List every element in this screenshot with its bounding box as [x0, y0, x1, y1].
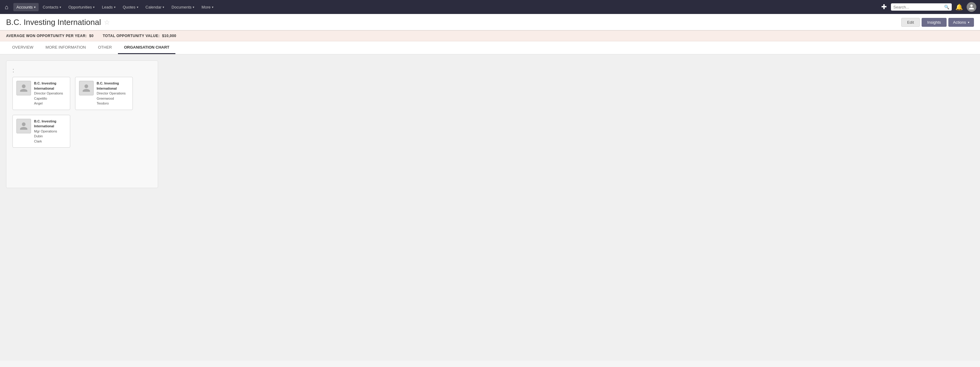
nav-quotes[interactable]: Quotes ▾ — [120, 3, 142, 11]
page-title: B.C. Investing International ☆ — [6, 17, 110, 27]
nav-leads-caret: ▾ — [114, 5, 116, 9]
org-company-0: B.C. Investing International — [34, 81, 66, 91]
avg-opp-value: $0 — [89, 34, 94, 38]
tab-other[interactable]: OTHER — [92, 41, 118, 54]
search-input[interactable] — [893, 5, 944, 10]
total-opp-label: TOTAL OPPORTUNITY VALUE: $10,000 — [103, 34, 176, 38]
org-avatar-1 — [79, 81, 94, 95]
nav-accounts[interactable]: Accounts ▾ — [13, 3, 38, 11]
nav-opportunities[interactable]: Opportunities ▾ — [65, 3, 97, 11]
nav-leads-label: Leads — [102, 5, 113, 10]
total-opp-value: $10,000 — [162, 34, 176, 38]
nav-documents-caret: ▾ — [193, 5, 194, 9]
nav-quotes-label: Quotes — [123, 5, 135, 10]
actions-caret-icon: ▾ — [968, 21, 969, 24]
favorite-star-icon[interactable]: ☆ — [104, 19, 110, 26]
org-info-0: B.C. Investing International Director Op… — [34, 81, 66, 106]
nav-calendar[interactable]: Calendar ▾ — [143, 3, 167, 11]
nav-quotes-caret: ▾ — [137, 5, 138, 9]
nav-contacts-caret: ▾ — [60, 5, 61, 9]
org-card-2[interactable]: B.C. Investing International Mgr Operati… — [13, 115, 70, 148]
notifications-icon[interactable]: 🔔 — [954, 2, 964, 12]
org-lastname-2: Clark — [34, 139, 66, 144]
header-actions: Edit Insights Actions ▾ — [901, 18, 974, 27]
page-title-row: B.C. Investing International ☆ Edit Insi… — [6, 17, 974, 27]
org-lastname-1: Teodoro — [97, 101, 129, 106]
org-card-0[interactable]: B.C. Investing International Director Op… — [13, 77, 70, 110]
avatar[interactable] — [967, 2, 976, 12]
org-title-0: Director Operations — [34, 91, 66, 96]
nav-documents-label: Documents — [172, 5, 191, 10]
nav-more-label: More — [202, 5, 211, 10]
chart-dots: : — [13, 67, 152, 74]
page-title-text: B.C. Investing International — [6, 17, 101, 27]
nav-calendar-label: Calendar — [146, 5, 162, 10]
org-card-1[interactable]: B.C. Investing International Director Op… — [75, 77, 133, 110]
nav-right: ✚ 🔍 🔔 — [880, 2, 976, 12]
org-title-2: Mgr Operations — [34, 129, 66, 134]
nav-contacts[interactable]: Contacts ▾ — [40, 3, 64, 11]
add-button[interactable]: ✚ — [880, 3, 888, 11]
navbar: ⌂ Accounts ▾ Contacts ▾ Opportunities ▾ … — [0, 0, 980, 14]
org-info-2: B.C. Investing International Mgr Operati… — [34, 119, 66, 144]
tab-more-information[interactable]: MORE INFORMATION — [40, 41, 92, 54]
org-cards: B.C. Investing International Director Op… — [13, 77, 152, 148]
nav-opportunities-caret: ▾ — [93, 5, 94, 9]
search-icon: 🔍 — [944, 5, 949, 10]
page-header: B.C. Investing International ☆ Edit Insi… — [0, 14, 980, 30]
nav-more-caret: ▾ — [212, 5, 213, 9]
nav-leads[interactable]: Leads ▾ — [99, 3, 118, 11]
opportunity-banner: AVERAGE WON OPPORTUNITY PER YEAR: $0 TOT… — [0, 30, 980, 41]
avg-opp-label: AVERAGE WON OPPORTUNITY PER YEAR: $0 — [6, 34, 94, 38]
edit-button[interactable]: Edit — [901, 18, 920, 27]
actions-button[interactable]: Actions ▾ — [948, 18, 974, 27]
home-icon[interactable]: ⌂ — [4, 2, 10, 12]
insights-button[interactable]: Insights — [922, 18, 947, 27]
org-firstname-0: Capetillo — [34, 96, 66, 101]
actions-button-label: Actions — [953, 20, 966, 25]
org-company-2: B.C. Investing International — [34, 119, 66, 129]
org-info-1: B.C. Investing International Director Op… — [97, 81, 129, 106]
org-firstname-2: Dubin — [34, 133, 66, 139]
org-firstname-1: Greenwood — [97, 96, 129, 101]
nav-accounts-caret: ▾ — [34, 5, 35, 9]
nav-opportunities-label: Opportunities — [68, 5, 92, 10]
nav-contacts-label: Contacts — [43, 5, 58, 10]
nav-more[interactable]: More ▾ — [199, 3, 216, 11]
org-company-1: B.C. Investing International — [97, 81, 129, 91]
org-chart-container: : B.C. Investing International Director … — [6, 60, 158, 188]
tab-organisation-chart[interactable]: ORGANISATION CHART — [118, 41, 175, 54]
org-title-1: Director Operations — [97, 91, 129, 96]
nav-documents[interactable]: Documents ▾ — [169, 3, 197, 11]
main-content: : B.C. Investing International Director … — [0, 54, 980, 361]
search-bar[interactable]: 🔍 — [891, 3, 952, 11]
org-avatar-0 — [16, 81, 31, 95]
nav-calendar-caret: ▾ — [162, 5, 164, 9]
org-lastname-0: Angel — [34, 101, 66, 106]
org-avatar-2 — [16, 119, 31, 133]
tabs: OVERVIEW MORE INFORMATION OTHER ORGANISA… — [0, 41, 980, 54]
tab-overview[interactable]: OVERVIEW — [6, 41, 40, 54]
nav-accounts-label: Accounts — [16, 5, 32, 10]
